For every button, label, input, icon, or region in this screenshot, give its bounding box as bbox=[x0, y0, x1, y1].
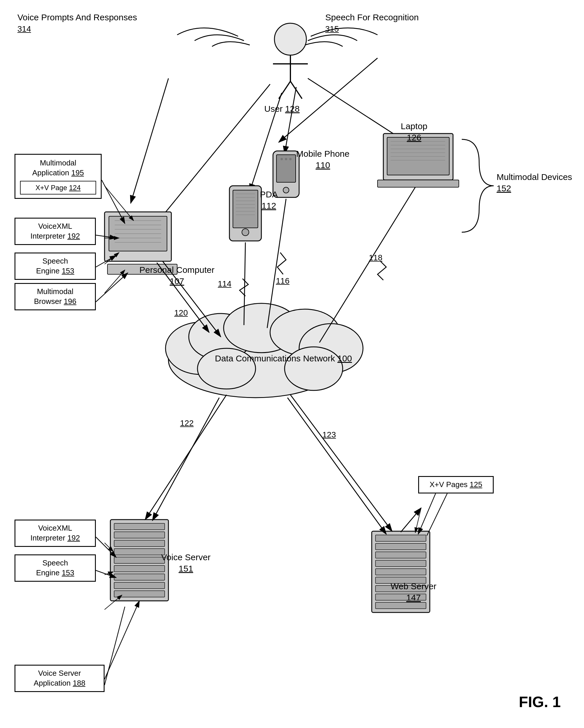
svg-rect-23 bbox=[233, 190, 258, 228]
svg-line-97 bbox=[105, 601, 139, 679]
svg-rect-62 bbox=[114, 574, 164, 580]
svg-line-89 bbox=[415, 508, 421, 532]
svg-point-51 bbox=[270, 309, 340, 356]
svg-rect-68 bbox=[376, 552, 426, 558]
svg-line-79 bbox=[145, 395, 227, 520]
data-network-label: Data Communications Network 100 bbox=[215, 353, 352, 364]
link-114-label: 114 bbox=[218, 279, 231, 289]
svg-line-6 bbox=[290, 81, 302, 99]
svg-rect-46 bbox=[378, 180, 459, 187]
svg-line-80 bbox=[290, 395, 392, 531]
voicexml-interp-box-a: VoiceXML Interpreter 192 bbox=[15, 218, 96, 245]
pda-label: PDA 112 bbox=[260, 189, 278, 211]
svg-line-9 bbox=[154, 84, 270, 227]
svg-point-48 bbox=[166, 322, 235, 374]
svg-rect-74 bbox=[376, 602, 426, 609]
voice-prompts-label: Voice Prompts And Responses 314 bbox=[18, 11, 137, 34]
svg-line-92 bbox=[96, 235, 116, 238]
svg-line-98 bbox=[105, 607, 125, 685]
svg-line-8 bbox=[279, 58, 378, 142]
multimodal-devices-label: Multimodal Devices 152 bbox=[497, 171, 572, 194]
svg-line-94 bbox=[96, 273, 128, 302]
svg-point-2 bbox=[274, 23, 306, 55]
svg-line-99 bbox=[418, 493, 436, 534]
svg-line-87 bbox=[105, 572, 113, 575]
svg-rect-63 bbox=[114, 582, 164, 589]
speech-recognition-label: Speech For Recognition 315 bbox=[325, 11, 419, 34]
voice-server-label: Voice Server 151 bbox=[161, 551, 210, 574]
svg-rect-69 bbox=[376, 560, 426, 567]
svg-line-84 bbox=[105, 253, 119, 264]
link-122-label: 122 bbox=[180, 418, 194, 428]
figure-label: FIG. 1 bbox=[519, 693, 561, 710]
svg-rect-66 bbox=[376, 535, 426, 541]
speech-engine-box-b: Speech Engine 153 bbox=[15, 554, 96, 582]
svg-line-77 bbox=[267, 199, 286, 328]
svg-line-96 bbox=[96, 570, 116, 578]
svg-rect-22 bbox=[229, 186, 261, 241]
svg-line-95 bbox=[96, 537, 116, 557]
xv-page-124-box: X+V Page 124 bbox=[20, 181, 96, 194]
link-116-label: 116 bbox=[276, 276, 289, 286]
user-label: User 128 bbox=[264, 103, 300, 114]
svg-line-102 bbox=[287, 398, 386, 534]
multimodal-app-box: Multimodal Application 195 X+V Page 124 bbox=[15, 154, 102, 199]
web-server-label: Web Server 147 bbox=[390, 580, 436, 603]
voicexml-interp-box-b: VoiceXML Interpreter 192 bbox=[15, 520, 96, 547]
svg-rect-57 bbox=[114, 532, 164, 538]
personal-computer-label: Personal Computer 107 bbox=[139, 264, 214, 287]
svg-line-5 bbox=[279, 81, 290, 99]
svg-line-78 bbox=[320, 187, 415, 342]
svg-rect-13 bbox=[105, 212, 171, 261]
svg-rect-64 bbox=[114, 591, 164, 597]
svg-point-50 bbox=[224, 303, 299, 353]
svg-point-36 bbox=[285, 158, 287, 160]
link-118-label: 118 bbox=[369, 253, 382, 263]
svg-line-7 bbox=[131, 78, 169, 203]
svg-point-37 bbox=[289, 158, 291, 160]
svg-line-100 bbox=[427, 493, 447, 536]
svg-rect-58 bbox=[114, 540, 164, 547]
svg-point-52 bbox=[299, 324, 363, 373]
svg-rect-56 bbox=[114, 523, 164, 530]
svg-point-31 bbox=[242, 229, 249, 236]
svg-point-34 bbox=[283, 187, 289, 193]
diagram-container: Voice Prompts And Responses 314 Speech F… bbox=[0, 0, 584, 728]
svg-line-82 bbox=[105, 186, 133, 220]
multimodal-browser-box: Multimodal Browser 196 bbox=[15, 283, 96, 310]
svg-rect-59 bbox=[114, 549, 164, 555]
svg-line-76 bbox=[244, 242, 246, 325]
svg-line-81 bbox=[401, 508, 421, 532]
link-123-label: 123 bbox=[322, 430, 336, 440]
xv-pages-125-box: X+V Pages 125 bbox=[418, 476, 494, 493]
svg-line-11 bbox=[285, 87, 296, 154]
svg-rect-60 bbox=[114, 557, 164, 564]
svg-point-35 bbox=[281, 158, 283, 160]
svg-rect-61 bbox=[114, 566, 164, 572]
svg-rect-55 bbox=[110, 520, 169, 601]
svg-rect-14 bbox=[109, 216, 167, 251]
svg-line-91 bbox=[102, 180, 125, 224]
svg-rect-33 bbox=[277, 155, 296, 182]
mobile-phone-label: Mobile Phone 110 bbox=[296, 148, 349, 171]
link-120-label: 120 bbox=[174, 308, 188, 318]
svg-rect-67 bbox=[376, 543, 426, 550]
svg-line-101 bbox=[152, 398, 219, 520]
svg-line-12 bbox=[308, 78, 407, 142]
svg-line-86 bbox=[105, 543, 113, 551]
svg-line-85 bbox=[105, 270, 125, 293]
speech-engine-box-a: Speech Engine 153 bbox=[15, 253, 96, 280]
svg-line-93 bbox=[96, 255, 116, 267]
svg-line-88 bbox=[105, 595, 122, 609]
svg-rect-70 bbox=[376, 569, 426, 575]
laptop-label: Laptop 126 bbox=[401, 121, 428, 143]
voice-server-app-box: Voice Server Application 188 bbox=[15, 665, 105, 692]
